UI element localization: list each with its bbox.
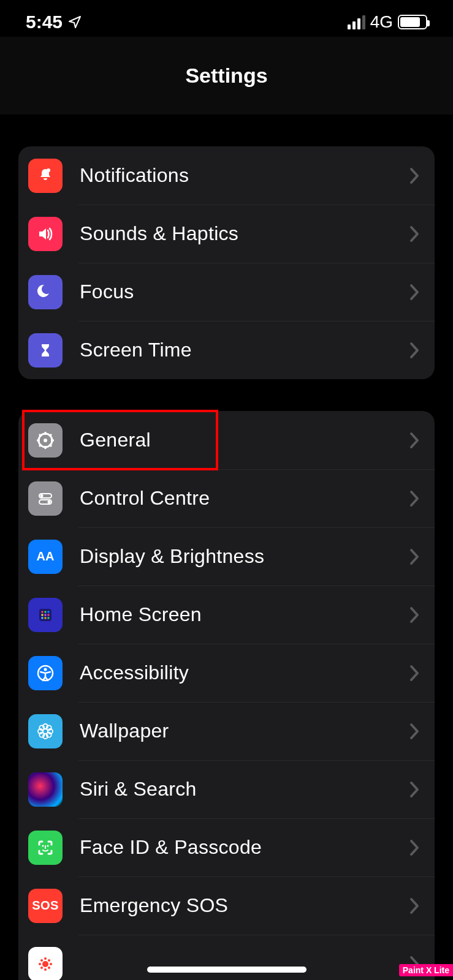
flower-icon bbox=[28, 714, 63, 748]
row-label: Focus bbox=[80, 281, 409, 303]
row-label: Face ID & Passcode bbox=[80, 836, 409, 859]
accessibility-icon bbox=[28, 656, 63, 690]
settings-group: GeneralControl CentreDisplay & Brightnes… bbox=[18, 411, 435, 980]
speaker-icon bbox=[28, 217, 63, 251]
chevron-right-icon bbox=[409, 664, 420, 682]
chevron-right-icon bbox=[409, 283, 420, 301]
chevron-right-icon bbox=[409, 722, 420, 741]
settings-row-display-brightness[interactable]: Display & Brightness bbox=[18, 527, 435, 586]
row-label: Wallpaper bbox=[80, 720, 409, 742]
row-label: Display & Brightness bbox=[80, 545, 409, 568]
status-right: 4G bbox=[348, 12, 427, 32]
moon-icon bbox=[28, 275, 63, 309]
chevron-right-icon bbox=[409, 431, 420, 450]
chevron-right-icon bbox=[409, 780, 420, 799]
settings-row-home-screen[interactable]: Home Screen bbox=[18, 586, 435, 644]
row-label: General bbox=[80, 429, 409, 451]
chevron-right-icon bbox=[409, 225, 420, 243]
status-time: 5:45 bbox=[26, 12, 63, 32]
settings-row-emergency-sos[interactable]: SOSEmergency SOS bbox=[18, 876, 435, 935]
page-title: Settings bbox=[0, 37, 453, 115]
aa-icon bbox=[28, 540, 63, 574]
chevron-right-icon bbox=[409, 167, 420, 185]
location-icon bbox=[67, 15, 82, 29]
gear-icon bbox=[28, 423, 63, 458]
cell-signal-icon bbox=[348, 15, 365, 29]
settings-list: NotificationsSounds & HapticsFocusScreen… bbox=[0, 146, 453, 980]
chevron-right-icon bbox=[409, 489, 420, 508]
faceid-icon bbox=[28, 831, 63, 865]
chevron-right-icon bbox=[409, 897, 420, 915]
settings-row-face-id-passcode[interactable]: Face ID & Passcode bbox=[18, 818, 435, 876]
settings-row-wallpaper[interactable]: Wallpaper bbox=[18, 702, 435, 760]
bell-icon bbox=[28, 159, 63, 193]
settings-row-general[interactable]: General bbox=[18, 411, 435, 469]
siri-icon bbox=[28, 772, 63, 807]
watermark: Paint X Lite bbox=[399, 964, 453, 976]
settings-group: NotificationsSounds & HapticsFocusScreen… bbox=[18, 146, 435, 379]
battery-icon bbox=[398, 15, 427, 29]
row-label: Screen Time bbox=[80, 339, 409, 361]
row-label: Emergency SOS bbox=[80, 894, 409, 917]
settings-row-sounds-haptics[interactable]: Sounds & Haptics bbox=[18, 205, 435, 263]
chevron-right-icon bbox=[409, 839, 420, 857]
toggles-icon bbox=[28, 481, 63, 516]
settings-row-accessibility[interactable]: Accessibility bbox=[18, 644, 435, 702]
chevron-right-icon bbox=[409, 548, 420, 566]
home-indicator[interactable] bbox=[147, 967, 306, 973]
sos-icon: SOS bbox=[28, 889, 63, 923]
row-label: Home Screen bbox=[80, 603, 409, 626]
settings-row-focus[interactable]: Focus bbox=[18, 263, 435, 321]
covid-icon bbox=[28, 947, 63, 981]
hourglass-icon bbox=[28, 333, 63, 368]
settings-row-exposure-notifications[interactable] bbox=[18, 935, 435, 980]
settings-row-screen-time[interactable]: Screen Time bbox=[18, 321, 435, 379]
chevron-right-icon bbox=[409, 341, 420, 360]
settings-row-siri-search[interactable]: Siri & Search bbox=[18, 760, 435, 818]
chevron-right-icon bbox=[409, 606, 420, 624]
status-bar: 5:45 4G bbox=[0, 0, 453, 37]
row-label: Accessibility bbox=[80, 662, 409, 684]
row-label: Sounds & Haptics bbox=[80, 222, 409, 245]
row-label: Notifications bbox=[80, 164, 409, 187]
network-label: 4G bbox=[370, 12, 393, 32]
row-label: Control Centre bbox=[80, 487, 409, 510]
settings-row-notifications[interactable]: Notifications bbox=[18, 146, 435, 205]
status-time-area: 5:45 bbox=[26, 12, 82, 32]
row-label: Siri & Search bbox=[80, 778, 409, 801]
grid-icon bbox=[28, 598, 63, 632]
settings-row-control-centre[interactable]: Control Centre bbox=[18, 469, 435, 527]
